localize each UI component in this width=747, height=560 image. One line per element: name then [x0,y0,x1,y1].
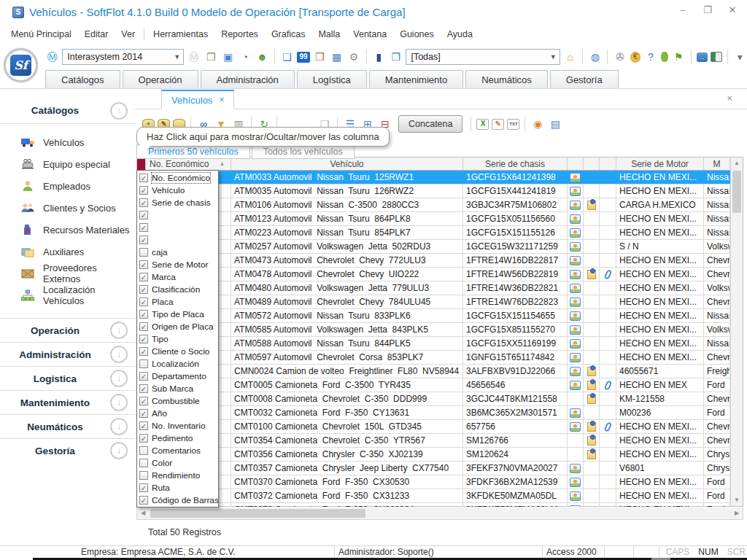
new-document-icon[interactable]: ❏ [280,50,294,63]
record-m-disabled-icon[interactable]: Ⓜ [187,50,201,63]
checkbox-checked-icon[interactable]: ✓ [139,496,148,505]
badge-99-icon[interactable]: 99 [297,52,309,63]
print-preview-icon[interactable]: ◉ [530,117,545,131]
menu-item-ver[interactable]: Ver [115,27,142,42]
scroll-down-icon[interactable]: ▼ [731,494,743,506]
checkbox-checked-icon[interactable]: ✓ [139,483,148,492]
table-row[interactable]: ATM0033 Automovil Nissan Tsuru 125RWZ11G… [137,171,730,184]
sidebar-item-recursos-materiales[interactable]: Recursos Materiales [0,219,135,241]
checkbox-checked-icon[interactable]: ✓ [139,211,148,219]
table-row[interactable]: CMT0356 Camioneta Chrysler C-350 XJ02139… [137,448,730,462]
panel-close-icon[interactable]: × [727,93,732,104]
sidebar-section-mantenimiento[interactable]: Mantenimiento↓ [0,390,135,414]
menu-item-guiones[interactable]: Guiones [393,27,441,42]
filter-combo[interactable]: [Todas]▼ [406,49,560,65]
sidebar-section-gestor-a[interactable]: Gestoría↓ [0,438,135,462]
ribbon-tab-cat-logos[interactable]: Catálogos [45,70,120,88]
help-icon[interactable]: ? [643,50,657,63]
column-chooser-item-cliente-o-socio[interactable]: ✓Cliente o Socio [137,345,218,357]
expand-down-icon[interactable]: ↓ [110,370,128,387]
column-chooser-item-sub-marca[interactable]: ✓Sub Marca [137,382,218,394]
checkbox-checked-icon[interactable]: ✓ [139,384,148,393]
vertical-scroll-thumb[interactable] [732,171,741,213]
expand-down-icon[interactable]: ↓ [110,322,128,339]
column-chooser-item-serie-de-motor[interactable]: ✓Serie de Motor [137,258,218,271]
checkbox-unchecked-icon[interactable] [139,248,148,257]
scroll-right-icon[interactable]: ▶ [731,508,743,519]
checkbox-unchecked-icon[interactable] [139,446,148,455]
checkbox-checked-icon[interactable]: ✓ [139,322,148,331]
column-header-no-econ-mico[interactable]: No. Económico▲ [146,158,231,170]
sidebar-item-clientes-y-socios[interactable]: Clientes y Socios [0,197,135,219]
column-chooser-item[interactable]: ✓ [137,233,218,246]
table-row[interactable]: ATM0223 Automovil Nissan Tsuru 854PLK71G… [137,226,730,240]
sidebar-item-empleados[interactable]: Empleados [0,175,135,197]
table-row[interactable]: ATM0257 Automovil Volkswagen Jetta 502RD… [137,240,730,254]
flag-icon[interactable]: ⚑ [671,50,685,63]
menu-item-herramientas[interactable]: Herramientas [147,27,214,42]
ribbon-tab-gestor-a[interactable]: Gestoría [550,70,619,88]
table-icon[interactable]: ▦ [330,50,344,63]
column-chooser-item-marca[interactable]: ✓Marca [137,271,218,283]
menu-item-editar[interactable]: Editar [78,27,115,42]
menu-item-ayuda[interactable]: Ayuda [441,27,479,42]
bug-icon[interactable] [661,52,669,62]
column-header-icons[interactable] [568,158,584,170]
tab-close-icon[interactable]: × [219,95,224,105]
vertical-scrollbar[interactable]: ▲ ▼ [730,158,743,506]
sidebar-section-catalogos[interactable]: Catálogos ↑ [0,102,135,124]
expand-down-icon[interactable]: ↓ [110,346,128,363]
chevron-down-icon[interactable]: ▼ [547,53,560,61]
export-excel-icon[interactable]: X [476,119,489,130]
column-header-icons[interactable] [600,158,616,170]
column-chooser-item-origen-de-placa[interactable]: ✓Origen de Placa [137,320,218,332]
column-chooser-item-c-digo-de-barras[interactable]: ✓Código de Barras [137,494,218,506]
horizontal-scroll-thumb[interactable] [150,509,365,518]
checkbox-checked-icon[interactable]: ✓ [139,285,148,294]
column-chooser-item-no-econ-mico[interactable]: ✓No. Económico [137,171,218,184]
image-icon[interactable]: ▣ [221,50,235,63]
column-chooser-item-combustible[interactable]: ✓Combustible [137,394,218,407]
ribbon-tab-administraci-n[interactable]: Administración [201,70,295,88]
table-row[interactable]: CMT0005 Camioneta Ford C-3500 TYR4354565… [137,378,730,392]
column-chooser-item-clasificaci-n[interactable]: ✓Clasificación [137,283,218,295]
table-row[interactable]: CMT0357 Camioneta Chrysler Jeep Liberty … [137,462,730,475]
paste-icon[interactable]: ❐ [204,50,217,63]
checkbox-unchecked-icon[interactable] [139,459,148,467]
tools-icon[interactable]: ✇ [613,50,627,63]
ribbon-tab-operaci-n[interactable]: Operación [123,70,198,88]
column-chooser-item-pedimento[interactable]: ✓Pedimento [137,432,218,444]
column-header-serie-de-motor[interactable]: Serie de Motor [616,158,704,170]
chevron-down-icon[interactable]: ▼ [171,53,183,61]
column-chooser-item-comentarios[interactable]: Comentarios [137,444,218,456]
column-header-serie-de-chasis[interactable]: Serie de chasis [463,158,568,170]
exit-icon[interactable]: → [711,52,722,62]
column-chooser-item-color[interactable]: Color [137,456,218,469]
expand-down-icon[interactable]: ↓ [110,394,128,411]
column-chooser-item-departamento[interactable]: ✓Departamento [137,370,218,382]
tab-vehiculos[interactable]: Vehículos × [161,90,234,109]
minimize-button[interactable]: – [677,4,689,15]
table-row[interactable]: ATM0572 Automovil Nissan Tsuru 833PLK61G… [137,309,730,323]
column-header-veh-culo[interactable]: Vehículo [231,158,463,170]
column-chooser-item-rendimiento[interactable]: Rendimiento [137,469,218,481]
checkbox-checked-icon[interactable]: ✓ [139,434,148,443]
column-header-icons[interactable] [584,158,600,170]
users-icon[interactable]: ☻ [255,50,269,63]
expand-down-icon[interactable]: ↓ [110,442,128,459]
workspace-combo[interactable]: Interasystem 2014▼ [62,49,184,65]
column-chooser-corner[interactable] [137,158,146,170]
checkbox-checked-icon[interactable]: ✓ [139,298,148,306]
expand-down-icon[interactable]: ↓ [110,418,128,435]
toolbar-overflow-icon[interactable]: ▾ [733,50,747,63]
print-icon[interactable]: ▤ [548,117,562,131]
table-row[interactable]: CMN0024 Camion de volteo Freightliner FL… [137,365,730,378]
checkbox-checked-icon[interactable]: ✓ [139,335,148,343]
column-chooser-item[interactable]: ✓ [137,209,218,221]
table-row[interactable]: CMT0354 Camioneta Chevrolet C-350 YTR567… [137,434,730,448]
column-chooser-item-serie-de-chasis[interactable]: ✓Serie de chasis [137,196,218,209]
close-button[interactable]: ✕ [727,4,738,15]
table-row[interactable]: CMT0100 Camioneta Chevrolet 150L GTD3456… [137,420,730,434]
sidebar-section-logistica[interactable]: Logistica↓ [0,366,135,390]
checkbox-checked-icon[interactable]: ✓ [139,372,148,381]
